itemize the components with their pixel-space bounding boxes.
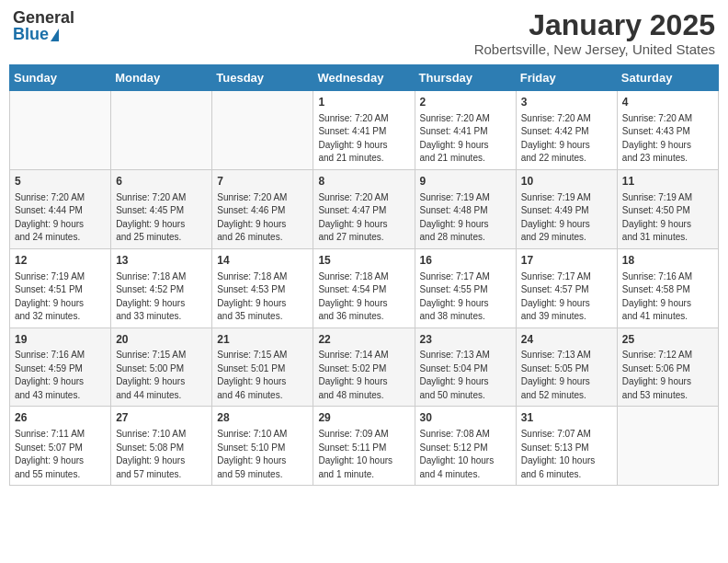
day-info: Sunrise: 7:11 AM Sunset: 5:07 PM Dayligh… (15, 428, 106, 481)
calendar-week-row: 1Sunrise: 7:20 AM Sunset: 4:41 PM Daylig… (10, 91, 719, 170)
calendar-cell (111, 91, 212, 170)
day-info: Sunrise: 7:18 AM Sunset: 4:54 PM Dayligh… (318, 270, 409, 324)
day-number: 7 (217, 174, 308, 190)
calendar-cell: 6Sunrise: 7:20 AM Sunset: 4:45 PM Daylig… (111, 169, 212, 248)
day-info: Sunrise: 7:13 AM Sunset: 5:04 PM Dayligh… (420, 349, 511, 402)
calendar-cell: 29Sunrise: 7:09 AM Sunset: 5:11 PM Dayli… (313, 407, 415, 486)
day-number: 29 (318, 410, 409, 426)
day-number: 26 (15, 410, 106, 426)
day-info: Sunrise: 7:10 AM Sunset: 5:10 PM Dayligh… (217, 428, 308, 481)
day-number: 24 (521, 332, 612, 348)
day-info: Sunrise: 7:20 AM Sunset: 4:46 PM Dayligh… (217, 191, 308, 245)
day-number: 21 (217, 332, 308, 348)
calendar-cell (10, 91, 111, 170)
calendar-cell: 1Sunrise: 7:20 AM Sunset: 4:41 PM Daylig… (313, 91, 415, 170)
day-number: 10 (521, 174, 612, 190)
day-number: 1 (318, 95, 409, 110)
day-info: Sunrise: 7:20 AM Sunset: 4:42 PM Dayligh… (521, 112, 612, 166)
day-info: Sunrise: 7:19 AM Sunset: 4:49 PM Dayligh… (521, 191, 612, 245)
calendar-cell: 9Sunrise: 7:19 AM Sunset: 4:48 PM Daylig… (415, 169, 516, 248)
calendar-cell: 27Sunrise: 7:10 AM Sunset: 5:08 PM Dayli… (111, 407, 212, 486)
calendar-body: 1Sunrise: 7:20 AM Sunset: 4:41 PM Daylig… (10, 91, 719, 486)
calendar-cell: 22Sunrise: 7:14 AM Sunset: 5:02 PM Dayli… (313, 327, 415, 407)
calendar-cell: 8Sunrise: 7:20 AM Sunset: 4:47 PM Daylig… (313, 169, 415, 248)
header-row: SundayMondayTuesdayWednesdayThursdayFrid… (10, 65, 719, 91)
day-info: Sunrise: 7:17 AM Sunset: 4:57 PM Dayligh… (521, 270, 612, 324)
day-number: 15 (318, 253, 409, 269)
day-info: Sunrise: 7:08 AM Sunset: 5:12 PM Dayligh… (420, 428, 511, 481)
day-info: Sunrise: 7:19 AM Sunset: 4:51 PM Dayligh… (15, 270, 106, 324)
calendar-cell: 14Sunrise: 7:18 AM Sunset: 4:53 PM Dayli… (212, 248, 313, 327)
day-info: Sunrise: 7:15 AM Sunset: 5:00 PM Dayligh… (116, 349, 207, 402)
day-number: 23 (420, 332, 511, 348)
day-number: 4 (622, 95, 713, 110)
calendar-cell: 12Sunrise: 7:19 AM Sunset: 4:51 PM Dayli… (10, 248, 111, 327)
day-number: 2 (420, 95, 511, 110)
day-number: 11 (622, 174, 713, 190)
calendar-cell (212, 91, 313, 170)
calendar-cell: 25Sunrise: 7:12 AM Sunset: 5:06 PM Dayli… (617, 327, 718, 407)
calendar-cell: 20Sunrise: 7:15 AM Sunset: 5:00 PM Dayli… (111, 327, 212, 407)
day-number: 22 (318, 332, 409, 348)
calendar-week-row: 26Sunrise: 7:11 AM Sunset: 5:07 PM Dayli… (10, 407, 719, 486)
day-number: 19 (15, 332, 106, 348)
calendar-week-row: 12Sunrise: 7:19 AM Sunset: 4:51 PM Dayli… (10, 248, 719, 327)
day-number: 25 (622, 332, 713, 348)
day-of-week-header: Saturday (617, 65, 718, 91)
day-of-week-header: Thursday (415, 65, 516, 91)
day-info: Sunrise: 7:20 AM Sunset: 4:45 PM Dayligh… (116, 191, 207, 245)
day-info: Sunrise: 7:20 AM Sunset: 4:41 PM Dayligh… (420, 112, 511, 166)
calendar-cell: 15Sunrise: 7:18 AM Sunset: 4:54 PM Dayli… (313, 248, 415, 327)
day-info: Sunrise: 7:13 AM Sunset: 5:05 PM Dayligh… (521, 349, 612, 402)
logo-blue-text: Blue (13, 26, 74, 42)
day-of-week-header: Wednesday (313, 65, 415, 91)
logo: General Blue (13, 9, 74, 42)
day-info: Sunrise: 7:19 AM Sunset: 4:48 PM Dayligh… (420, 191, 511, 245)
day-of-week-header: Sunday (10, 65, 111, 91)
calendar-cell: 3Sunrise: 7:20 AM Sunset: 4:42 PM Daylig… (516, 91, 617, 170)
calendar-cell: 7Sunrise: 7:20 AM Sunset: 4:46 PM Daylig… (212, 169, 313, 248)
calendar-table: SundayMondayTuesdayWednesdayThursdayFrid… (9, 64, 719, 486)
day-info: Sunrise: 7:14 AM Sunset: 5:02 PM Dayligh… (318, 349, 409, 402)
day-number: 13 (116, 253, 207, 269)
day-info: Sunrise: 7:18 AM Sunset: 4:52 PM Dayligh… (116, 270, 207, 324)
calendar-cell: 10Sunrise: 7:19 AM Sunset: 4:49 PM Dayli… (516, 169, 617, 248)
calendar-week-row: 5Sunrise: 7:20 AM Sunset: 4:44 PM Daylig… (10, 169, 719, 248)
day-of-week-header: Friday (516, 65, 617, 91)
day-number: 3 (521, 95, 612, 110)
day-number: 16 (420, 253, 511, 269)
day-of-week-header: Monday (111, 65, 212, 91)
day-number: 5 (15, 174, 106, 190)
calendar-cell: 18Sunrise: 7:16 AM Sunset: 4:58 PM Dayli… (617, 248, 718, 327)
day-number: 20 (116, 332, 207, 348)
page-title: January 2025 (474, 9, 715, 41)
calendar-cell: 24Sunrise: 7:13 AM Sunset: 5:05 PM Dayli… (516, 327, 617, 407)
calendar-cell: 31Sunrise: 7:07 AM Sunset: 5:13 PM Dayli… (516, 407, 617, 486)
day-number: 8 (318, 174, 409, 190)
calendar-cell: 16Sunrise: 7:17 AM Sunset: 4:55 PM Dayli… (415, 248, 516, 327)
day-info: Sunrise: 7:17 AM Sunset: 4:55 PM Dayligh… (420, 270, 511, 324)
day-info: Sunrise: 7:16 AM Sunset: 4:59 PM Dayligh… (15, 349, 106, 402)
day-info: Sunrise: 7:16 AM Sunset: 4:58 PM Dayligh… (622, 270, 713, 324)
calendar-cell: 19Sunrise: 7:16 AM Sunset: 4:59 PM Dayli… (10, 327, 111, 407)
day-info: Sunrise: 7:20 AM Sunset: 4:44 PM Dayligh… (15, 191, 106, 245)
calendar-week-row: 19Sunrise: 7:16 AM Sunset: 4:59 PM Dayli… (10, 327, 719, 407)
day-number: 30 (420, 410, 511, 426)
calendar-cell: 2Sunrise: 7:20 AM Sunset: 4:41 PM Daylig… (415, 91, 516, 170)
page-header: General Blue January 2025 Robertsville, … (9, 9, 719, 57)
day-number: 9 (420, 174, 511, 190)
calendar-header: SundayMondayTuesdayWednesdayThursdayFrid… (10, 65, 719, 91)
day-info: Sunrise: 7:20 AM Sunset: 4:47 PM Dayligh… (318, 191, 409, 245)
day-number: 17 (521, 253, 612, 269)
logo-general-text: General (13, 9, 74, 26)
day-number: 14 (217, 253, 308, 269)
title-block: January 2025 Robertsville, New Jersey, U… (474, 9, 715, 57)
calendar-cell: 5Sunrise: 7:20 AM Sunset: 4:44 PM Daylig… (10, 169, 111, 248)
calendar-cell: 30Sunrise: 7:08 AM Sunset: 5:12 PM Dayli… (415, 407, 516, 486)
day-number: 31 (521, 410, 612, 426)
day-number: 18 (622, 253, 713, 269)
day-number: 28 (217, 410, 308, 426)
calendar-cell: 28Sunrise: 7:10 AM Sunset: 5:10 PM Dayli… (212, 407, 313, 486)
page-subtitle: Robertsville, New Jersey, United States (474, 41, 715, 57)
calendar-cell: 4Sunrise: 7:20 AM Sunset: 4:43 PM Daylig… (617, 91, 718, 170)
